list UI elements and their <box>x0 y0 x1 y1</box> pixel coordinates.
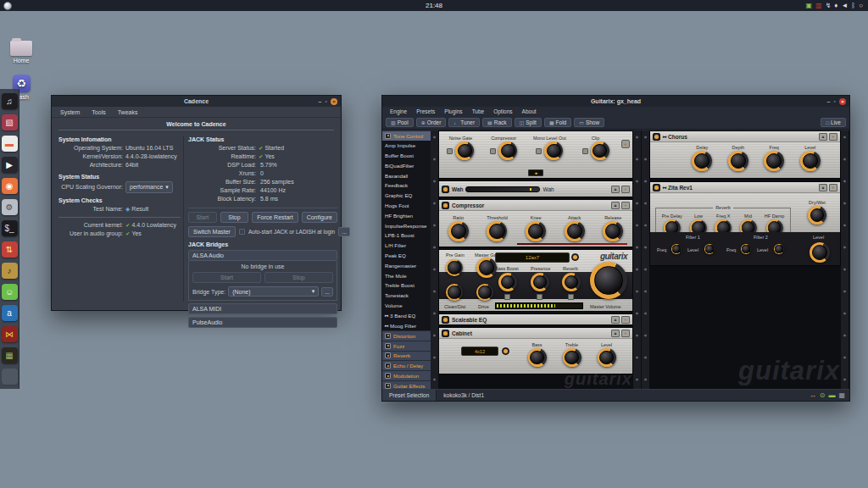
jack-control-button[interactable]: Configure <box>302 212 337 223</box>
toolbar-button[interactable]: ▦ Fold <box>544 118 571 127</box>
settings-dock-icon[interactable]: ⚙ <box>2 199 18 215</box>
reverb-knob[interactable] <box>562 273 581 291</box>
menu-item[interactable]: Tube <box>468 108 489 114</box>
jack-control-button[interactable]: Force Restart <box>252 212 298 223</box>
sidebar-item[interactable]: ▸◂ Graphic EQ <box>382 191 431 201</box>
boost-switch[interactable] <box>504 294 510 300</box>
sidebar-item[interactable]: ▸◂ Distortion <box>382 330 431 341</box>
knob[interactable] <box>598 348 616 367</box>
sidebar-item[interactable]: ▸◂ HF Brighten <box>382 210 431 220</box>
filter2-freq-knob[interactable] <box>741 244 751 254</box>
pulseaudio-bar[interactable]: PulseAudio <box>188 317 337 328</box>
sidebar-item[interactable]: ▸◂ Hogs Foot <box>382 201 431 211</box>
filter1-freq-knob[interactable] <box>671 244 682 254</box>
power-led-icon[interactable] <box>442 330 449 337</box>
pre-gain-knob[interactable] <box>446 259 463 276</box>
fold-unit-button[interactable]: ▲ <box>819 184 827 191</box>
home-desktop-icon[interactable]: Home <box>2 41 41 64</box>
toggle-button[interactable] <box>582 148 588 154</box>
remove-unit-button[interactable]: + <box>621 202 630 209</box>
power-led-icon[interactable] <box>653 133 660 141</box>
knob[interactable] <box>563 348 581 367</box>
knob[interactable] <box>692 151 712 171</box>
bridge-stop-button[interactable]: Stop <box>264 272 333 283</box>
bridge-type-dropdown[interactable]: (None) ▾ <box>228 286 319 297</box>
knob[interactable] <box>528 348 547 367</box>
toggle-button[interactable] <box>490 148 496 154</box>
master-gain-knob[interactable] <box>476 258 497 278</box>
knob[interactable] <box>526 221 546 241</box>
fold-unit-button[interactable]: ▲ <box>611 186 620 193</box>
knob[interactable] <box>565 221 585 241</box>
sidebar-item[interactable]: ▸◂ Volume <box>382 301 431 311</box>
sidebar-item[interactable]: ▸◂ ImpulseResponse <box>382 220 431 230</box>
presence-switch[interactable] <box>537 294 542 300</box>
power-led-icon[interactable] <box>653 184 660 191</box>
power-led-icon[interactable] <box>442 186 449 193</box>
sidebar-item[interactable]: ▸◂ Echo / Delay <box>382 360 431 370</box>
sidebar-item[interactable]: ▸◂ Baxandall <box>382 170 431 180</box>
switch-master-button[interactable]: Switch Master <box>188 226 236 237</box>
sidebar-item[interactable]: ▸◂ Tonestack <box>382 291 431 301</box>
pulseaudio-tray-icon[interactable]: ▥ <box>815 3 822 9</box>
guitar-pedal-dock-icon[interactable]: ☺ <box>2 284 18 300</box>
toggle-button[interactable] <box>536 148 542 154</box>
sidebar-item[interactable]: ▸◂ Treble Boost <box>382 280 431 291</box>
window-dock-icon[interactable]: ▬ <box>2 136 18 152</box>
guitarix-titlebar[interactable]: Guitarix: gx_head – ▫ × <box>382 96 849 107</box>
remove-unit-button[interactable]: + <box>621 186 630 193</box>
wah-slider[interactable] <box>465 186 540 192</box>
bass-boost-knob[interactable] <box>498 273 517 291</box>
knob[interactable] <box>487 221 507 241</box>
sidebar-item[interactable]: ▸◂ The Mole <box>382 270 431 280</box>
alsa-audio-bar[interactable]: ALSA Audio <box>188 250 337 261</box>
knob[interactable] <box>728 151 748 171</box>
menu-item[interactable]: Tweaks <box>113 108 143 116</box>
bluetooth-tray-icon[interactable]: ᛒ <box>851 3 855 9</box>
media-player-dock-icon[interactable]: ▶ <box>2 157 18 173</box>
menu-item[interactable]: About <box>518 108 541 114</box>
toolbar-button[interactable]: ♩ Tuner <box>448 118 480 127</box>
sidebar-item[interactable]: ▸◂ 3 Band EQ <box>382 310 431 320</box>
master-volume-knob[interactable] <box>590 262 627 299</box>
mute-button[interactable]: + <box>621 140 630 148</box>
sidebar-item[interactable]: ▸◂ BiQuadFilter <box>382 160 431 170</box>
audio-app-dock-icon[interactable]: a <box>2 305 18 321</box>
fold-unit-button[interactable]: ▲ <box>611 330 620 337</box>
knob[interactable] <box>544 141 563 160</box>
drywet-knob[interactable] <box>808 206 826 225</box>
presence-knob[interactable] <box>531 273 549 291</box>
fold-unit-button[interactable]: ▲ <box>611 316 620 324</box>
power-led-icon[interactable] <box>442 316 449 324</box>
toolbar-button[interactable]: ▭ Show <box>574 118 604 127</box>
knob[interactable] <box>764 151 784 171</box>
minimize-icon[interactable]: – <box>827 98 831 104</box>
more-options-button[interactable]: ... <box>338 227 350 236</box>
remove-unit-button[interactable]: + <box>829 184 837 191</box>
menu-item[interactable]: Options <box>489 108 516 114</box>
jack-control-button[interactable]: Start <box>188 212 217 223</box>
preset-selection-button[interactable]: Preset Selection <box>382 390 437 401</box>
ubuntu-software-dock-icon[interactable]: ◉ <box>2 178 18 194</box>
sidebar-item[interactable]: ▸◂ Modulation <box>382 370 431 380</box>
cadence-titlebar[interactable]: Cadence – ▫ × <box>52 96 341 107</box>
sidebar-item[interactable]: ▸◂ Peak EQ <box>382 251 431 261</box>
menu-item[interactable]: System <box>55 108 85 116</box>
sidebar-item[interactable]: ▸◂ Amp Impulse <box>382 141 431 151</box>
knob[interactable] <box>800 151 821 171</box>
sidebar-item[interactable]: ▸◂ Reverb <box>382 351 431 361</box>
cabinet-select-icon[interactable] <box>502 347 509 355</box>
knob[interactable] <box>591 141 609 160</box>
drive-knob[interactable] <box>476 284 493 301</box>
settings-tray-icon[interactable]: ○ <box>859 3 863 9</box>
knob[interactable] <box>455 141 474 160</box>
clean-dist-knob[interactable] <box>446 284 463 301</box>
sidebar-item[interactable]: ▸◂ L/H Filter <box>382 241 431 251</box>
zita-level-knob[interactable] <box>810 242 830 263</box>
menu-item[interactable]: Tools <box>86 108 110 116</box>
sidebar-item[interactable]: ▸◂ Fuzz <box>382 341 431 351</box>
cabinet-selector[interactable]: 4x12 <box>461 347 498 356</box>
volume-tray-icon[interactable]: ◄ <box>841 3 848 9</box>
filter1-level-knob[interactable] <box>704 244 715 254</box>
knob[interactable] <box>603 221 623 241</box>
